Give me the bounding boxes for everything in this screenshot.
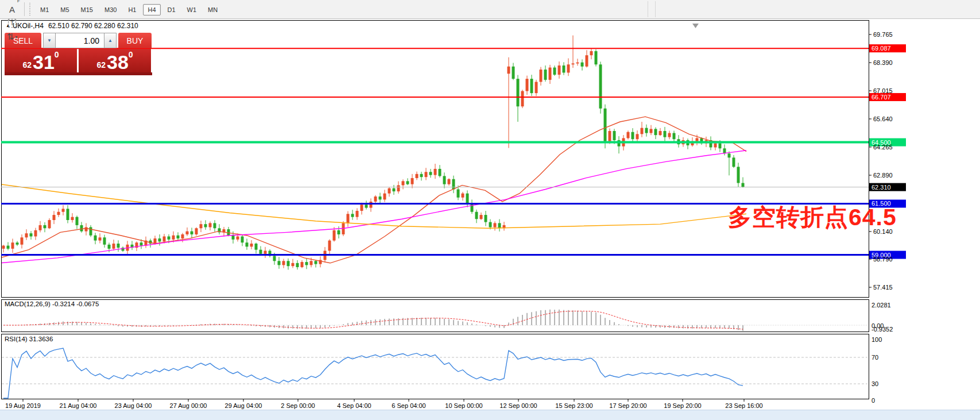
time-axis-label: 6 Sep 04:00 xyxy=(392,402,425,409)
time-axis-label: 10 Sep 00:00 xyxy=(445,402,482,409)
buy-price-big: 38 xyxy=(107,53,129,71)
timeframe-h4[interactable]: H4 xyxy=(143,4,160,16)
timeframe-d1[interactable]: D1 xyxy=(163,4,180,16)
rsi-indicator-label: RSI(14) 31.3636 xyxy=(5,336,53,342)
chart-text-annotation[interactable]: 多空转折点64.5 xyxy=(728,202,897,233)
svg-text:67.015: 67.015 xyxy=(873,87,893,94)
timeframe-w1[interactable]: W1 xyxy=(183,4,202,16)
timeframe-h1[interactable]: H1 xyxy=(123,4,141,16)
one-click-trade-panel: SELL ▼ ▲ BUY 62 31 0 62 38 0 xyxy=(5,33,152,75)
arrows-tool-icon[interactable]: ⇅▾ xyxy=(3,30,21,44)
svg-text:68.390: 68.390 xyxy=(873,59,893,66)
buy-button[interactable]: BUY xyxy=(118,33,152,48)
timeframe-m1[interactable]: M1 xyxy=(36,4,53,16)
timeframe-m30[interactable]: M30 xyxy=(100,4,121,16)
text-label-icon[interactable]: A xyxy=(3,2,21,16)
svg-text:69.087: 69.087 xyxy=(871,45,891,52)
svg-text:62.310: 62.310 xyxy=(871,184,891,191)
svg-text:2.0281: 2.0281 xyxy=(871,302,891,309)
svg-text:62.890: 62.890 xyxy=(873,172,893,179)
toolbar-separator xyxy=(655,1,656,17)
time-axis-label: 2 Sep 00:00 xyxy=(281,402,315,409)
time-axis-label: 21 Aug 04:00 xyxy=(60,402,97,409)
svg-text:-0.9352: -0.9352 xyxy=(871,326,893,333)
drawing-tools: ⫽E▦FAT⇅▾ xyxy=(3,0,22,44)
timeframe-m5[interactable]: M5 xyxy=(56,4,73,16)
sell-price-big: 31 xyxy=(33,53,55,71)
toolbar-separator xyxy=(24,2,25,16)
time-axis-label: 12 Sep 00:00 xyxy=(499,402,537,409)
timeframe-m15[interactable]: M15 xyxy=(76,4,98,16)
sell-price-sup: 0 xyxy=(55,50,59,59)
svg-text:65.640: 65.640 xyxy=(873,115,893,122)
time-axis-label: 17 Sep 20:00 xyxy=(609,402,646,409)
sell-price-display[interactable]: 62 31 0 xyxy=(5,49,77,72)
window-bottom-strip xyxy=(0,410,980,420)
toolbar-separator xyxy=(648,1,648,17)
buy-price-sup: 0 xyxy=(129,50,133,59)
buy-price-display[interactable]: 62 38 0 xyxy=(79,49,151,72)
sell-price-prefix: 62 xyxy=(22,60,32,70)
svg-text:64.265: 64.265 xyxy=(873,144,893,151)
svg-text:70: 70 xyxy=(871,354,878,361)
time-axis-label: 23 Aug 04:00 xyxy=(115,402,152,409)
time-axis-label: 29 Aug 04:00 xyxy=(225,402,262,409)
svg-text:30: 30 xyxy=(871,380,878,387)
svg-text:57.415: 57.415 xyxy=(873,284,893,291)
time-axis-label: 27 Aug 00:00 xyxy=(170,402,207,409)
svg-text:100: 100 xyxy=(871,336,882,343)
timeframe-buttons: M1M5M15M30H1H4D1W1MN xyxy=(34,4,223,14)
svg-text:69.765: 69.765 xyxy=(873,31,893,38)
toolbar: ⫽E▦FAT⇅▾ M1M5M15M30H1H4D1W1MN xyxy=(0,0,980,19)
volume-increase-button[interactable]: ▲ xyxy=(104,33,117,48)
svg-text:66.707: 66.707 xyxy=(871,94,891,101)
volume-decrease-button[interactable]: ▼ xyxy=(43,33,56,48)
toolbar-grip[interactable] xyxy=(29,3,32,16)
timeframe-mn[interactable]: MN xyxy=(203,4,222,16)
buy-price-prefix: 62 xyxy=(96,60,106,70)
chart-symbol-header: ▲UKOil-,H462.510 62.790 62.280 62.310 xyxy=(6,22,138,30)
time-axis-label: 19 Aug 2019 xyxy=(5,402,41,409)
mt4-window: ⫽E▦FAT⇅▾ M1M5M15M30H1H4D1W1MN 69.08766.7… xyxy=(0,0,980,420)
svg-text:58.790: 58.790 xyxy=(873,256,893,263)
time-axis-label: 15 Sep 23:00 xyxy=(555,402,592,409)
volume-input[interactable] xyxy=(56,33,104,48)
ohlc-values: 62.510 62.790 62.280 62.310 xyxy=(48,22,138,30)
text-box-icon[interactable]: T xyxy=(3,16,21,30)
time-axis-label: 4 Sep 04:00 xyxy=(337,402,371,409)
time-axis-label: 19 Sep 20:00 xyxy=(664,402,701,409)
time-axis-label: 23 Sep 16:00 xyxy=(725,402,762,409)
svg-text:0: 0 xyxy=(871,397,875,404)
macd-indicator-label: MACD(12,26,9) -0.3214 -0.0675 xyxy=(5,300,99,307)
